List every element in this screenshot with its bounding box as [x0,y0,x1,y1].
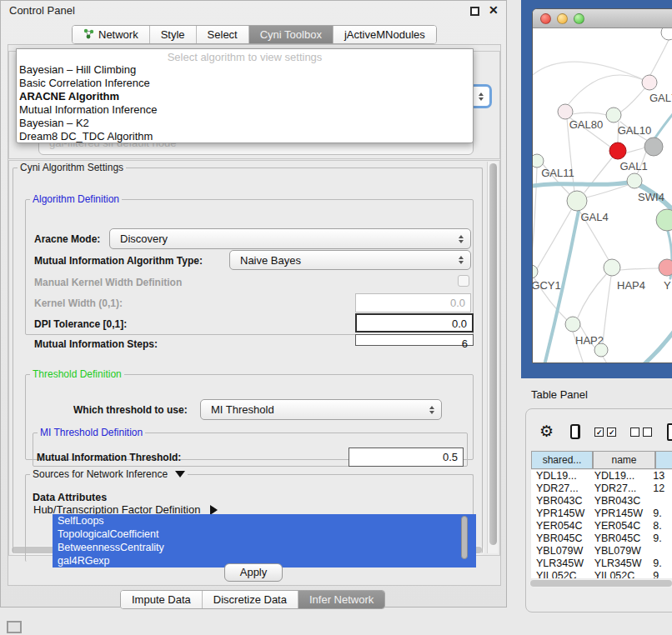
deselect-all-icon[interactable] [630,428,652,437]
tab-infer-network[interactable]: Infer Network [298,591,384,608]
algorithm-option[interactable]: Bayesian – Hill Climbing [17,63,473,77]
network-node-hap4[interactable] [604,259,620,276]
minimize-window-icon[interactable] [557,13,568,24]
network-edge[interactable] [533,168,537,264]
network-node-gal80[interactable] [558,104,573,119]
data-attribute-item[interactable]: TopologicalCoefficient [53,528,476,541]
dpi-tolerance-label: DPI Tolerance [0,1]: [34,318,127,330]
network-node-gcy1[interactable] [533,265,538,278]
tab-style[interactable]: Style [150,26,197,43]
algorithm-option[interactable]: ARACNE Algorithm [17,90,473,103]
network-edge[interactable] [568,75,649,105]
sources-legend[interactable]: Sources for Network Inference [30,468,188,480]
network-edge[interactable] [650,40,669,75]
tab-impute-data[interactable]: Impute Data [121,591,203,608]
close-panel-icon[interactable]: ✕ [489,3,499,17]
network-edge[interactable] [655,110,672,138]
dpi-tolerance-input[interactable]: 0.0 [355,313,474,332]
network-node[interactable] [656,209,672,231]
mi-type-value: Naive Bayes [240,254,301,267]
network-node-swi4[interactable] [627,173,642,188]
close-window-icon[interactable] [540,13,551,24]
tab-cyni-toolbox[interactable]: Cyni Toolbox [249,26,333,43]
attr-list-scrollbar[interactable] [461,516,468,562]
network-node-y[interactable] [659,259,672,276]
algorithm-option[interactable]: Basic Correlation Inference [17,77,473,90]
tab-select[interactable]: Select [197,26,249,43]
aracne-mode-label: Aracne Mode: [34,233,100,245]
network-edge[interactable] [578,273,607,318]
table-row[interactable]: YBL079WYBL079W [531,545,672,558]
table-row[interactable]: YPR145WYPR145W9. [531,508,672,520]
network-edge[interactable] [603,357,624,363]
settings-gear-icon[interactable]: ⚙ [539,423,554,440]
network-edge[interactable] [584,156,614,192]
tab-jactivemnodules[interactable]: jActiveMNodules [333,26,436,43]
network-node-gal11[interactable] [533,154,544,168]
network-edge[interactable] [620,268,659,270]
table-row[interactable]: YLR345WYLR345W9. [531,558,672,570]
table-row[interactable]: YBR045CYBR045C9. [531,532,672,545]
network-window-titlebar[interactable] [533,9,672,28]
algorithm-option[interactable]: Mutual Information Inference [17,103,473,117]
mi-steps-input[interactable]: 6 [355,334,474,346]
network-node-gal10[interactable] [606,108,621,122]
table-row[interactable]: YER054CYER054C8. [531,520,672,532]
network-node[interactable] [644,138,663,156]
table-cell: 9 [648,570,672,578]
network-node-gal7[interactable] [642,75,657,90]
data-attributes-list[interactable]: SelfLoopsTopologicalCoefficientBetweenne… [53,514,476,568]
table-row[interactable]: YDL19...YDL19...13 [531,470,672,482]
which-threshold-combo[interactable]: MI Threshold [200,399,442,420]
table-row[interactable]: YBR043CYBR043C [531,495,672,508]
node-label: HAP4 [617,279,645,292]
column-header[interactable]: shared... [531,452,593,468]
network-edge[interactable] [535,210,571,272]
column-header[interactable]: name [593,452,655,468]
network-node[interactable] [594,343,608,357]
tab-network[interactable]: Network [73,26,150,43]
aracne-mode-combo[interactable]: Discovery [109,228,471,249]
column-header[interactable] [655,452,672,468]
network-view-window: GAL7GAL80GAL10GAL1GAL11SWI4GAL4GCY1HAP4Y… [532,8,672,363]
table-horizontal-scrollbar[interactable] [529,579,672,588]
new-table-icon[interactable] [667,423,672,441]
table-row[interactable]: YDR27...YDR27...12 [531,482,672,495]
dock-panel-icon[interactable] [7,621,22,633]
network-edge[interactable] [608,328,672,363]
kernel-width-input[interactable]: 0.0 [355,293,471,312]
split-panel-icon[interactable] [570,424,580,439]
algorithm-option[interactable]: Dream8 DC_TDC Algorithm [17,130,473,143]
mi-threshold-definition-legend: MI Threshold Definition [38,427,145,438]
select-all-icon[interactable]: ✓✓ [594,428,616,437]
zoom-window-icon[interactable] [574,13,584,24]
tab-discretize-data[interactable]: Discretize Data [203,591,298,608]
network-node-gal4[interactable] [567,191,587,211]
network-edge[interactable] [586,185,628,198]
network-node[interactable] [661,28,672,40]
table-cell [648,495,672,508]
table-cell: YER054C [531,520,589,532]
bottom-tabbar: Impute DataDiscretize DataInfer Network [120,590,385,609]
data-attribute-item[interactable]: BetweennessCentrality [53,541,476,554]
mi-threshold-input[interactable]: 0.5 [349,448,464,467]
network-edge[interactable] [572,112,607,115]
network-edge[interactable] [533,62,649,82]
network-edge[interactable] [603,276,611,342]
apply-button[interactable]: Apply [224,563,283,582]
table-row[interactable]: YIL052CYIL052C9 [531,570,672,578]
network-canvas[interactable]: GAL7GAL80GAL10GAL1GAL11SWI4GAL4GCY1HAP4Y… [533,28,672,363]
data-attribute-item[interactable]: SelfLoops [53,514,476,528]
algorithm-dropdown-placeholder: Select algorithm to view settings [17,49,473,63]
network-edge[interactable] [533,182,633,187]
control-panel-window: Control Panel ✕ NetworkStyleSelectCyni T… [0,0,507,608]
network-edge[interactable] [624,148,645,153]
table-cell: 8. [648,520,672,532]
algorithm-option[interactable]: Bayesian – K2 [17,117,473,130]
float-panel-icon[interactable] [470,7,479,16]
mi-type-combo[interactable]: Naive Bayes [229,250,471,270]
manual-kernel-checkbox[interactable] [458,275,469,287]
settings-vertical-scrollbar[interactable] [487,162,498,553]
network-node-hap2[interactable] [565,317,580,332]
network-node-gal1[interactable] [609,142,626,159]
